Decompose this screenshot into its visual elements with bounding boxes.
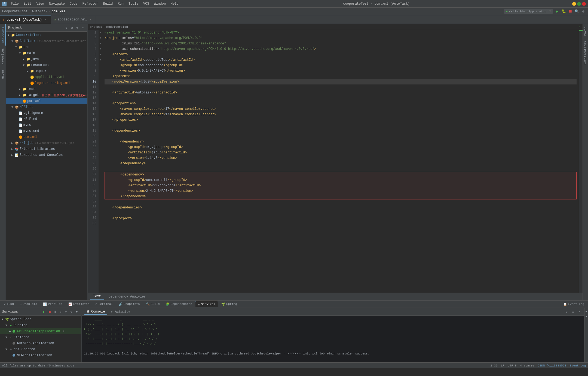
menu-view[interactable]: View: [34, 1, 47, 6]
tree-xxljob[interactable]: ▶ 📦 xxl-job E:\CooperateTest\xxl-job: [6, 140, 87, 146]
favorites-tab[interactable]: Favorites: [0, 46, 6, 67]
tree-mapper[interactable]: ▶ 📁 mapper: [6, 68, 87, 74]
tree-target[interactable]: ▶ 📁 target 自己的工程的POM，我此时的是AutoTask: [6, 92, 87, 98]
code-editor[interactable]: 12345 678910 1112131415 1617181920 21222…: [88, 30, 583, 293]
minimize-button[interactable]: [572, 2, 576, 6]
search-everywhere[interactable]: 🔍: [574, 9, 579, 14]
tab-profiler[interactable]: 📊 Profiler: [40, 301, 65, 307]
project-collapse-icon[interactable]: ⊟: [69, 25, 74, 30]
tree-mfatest[interactable]: ▼ 📦 MFATest: [6, 104, 87, 110]
tab-endpoints[interactable]: 🔗 Endpoints: [116, 301, 142, 307]
tab-services[interactable]: ⚙ Services: [195, 301, 218, 307]
tree-scratches[interactable]: ▶ 📝 Scratches and Consoles: [6, 152, 87, 158]
tree-mvnw-cmd[interactable]: 📄 mvnw.cmd: [6, 128, 87, 134]
tab-build[interactable]: 🔨 Build: [143, 301, 163, 307]
tab-pom-close[interactable]: ×: [44, 18, 47, 22]
tree-autotask[interactable]: ▼ 📦 AutoTask E:\CooperateTest\CooperateT…: [6, 38, 87, 44]
console-close-btn[interactable]: ×: [577, 310, 582, 314]
tab-event-log[interactable]: 📋 Event Log: [561, 301, 587, 307]
scroll-up-btn[interactable]: ▲: [584, 309, 588, 314]
tree-help[interactable]: 📄 HELP.md: [6, 116, 87, 122]
stop-button[interactable]: ⏹: [568, 9, 573, 14]
menu-window[interactable]: Window: [152, 1, 168, 6]
tree-cooperatetest[interactable]: ▼ 📁 CooperateTest: [6, 32, 87, 38]
menu-help[interactable]: Help: [169, 1, 181, 6]
tree-resources[interactable]: ▼ 📁 resources: [6, 62, 87, 68]
tab-spring[interactable]: 🌱 Spring: [219, 301, 240, 307]
notifications-tab[interactable]: Notifications: [583, 38, 588, 67]
services-finished-group[interactable]: ▼ ✓ Finished: [0, 334, 81, 340]
debug-button[interactable]: 🐛: [561, 9, 566, 14]
menu-refactor[interactable]: Refactor: [80, 1, 100, 6]
tree-external-libs[interactable]: ▶ 📚 External Libraries: [6, 146, 87, 152]
editor-tab-dependency[interactable]: Dependency Analyzer: [105, 293, 149, 300]
tab-dependencies[interactable]: 🧩 Dependencies: [163, 301, 195, 307]
tree-gitignore[interactable]: 📄 .gitignore: [6, 110, 87, 116]
services-settings-btn[interactable]: ⚙: [69, 310, 74, 314]
services-filter-btn[interactable]: ▼: [74, 310, 79, 314]
menu-vcs[interactable]: VCS: [141, 1, 151, 6]
breadcrumb-pomxml[interactable]: pom.xml: [52, 10, 65, 13]
breadcrumb-cooperatetest[interactable]: CooperateTest: [2, 10, 28, 13]
menu-edit[interactable]: Edit: [22, 1, 34, 6]
run-button[interactable]: ▶: [555, 9, 560, 14]
maven-tab-left[interactable]: Maven: [0, 67, 6, 82]
maven-tab-right[interactable]: Maven: [583, 24, 588, 38]
tree-pom-xml[interactable]: 🟠 pom.xml: [6, 98, 87, 104]
tree-mvnw[interactable]: 📄 mvnw: [6, 122, 87, 128]
status-event-log[interactable]: Event Log: [570, 364, 586, 367]
tree-logback-xml[interactable]: 🟠 logback-spring.xml: [6, 80, 87, 86]
services-pause-btn[interactable]: ⏸: [53, 310, 57, 314]
tab-todo[interactable]: ✓ TODO: [1, 301, 17, 307]
status-position[interactable]: 1:39: [491, 364, 498, 367]
run-config-dropdown[interactable]: ▶ XxlJobAdminApplication ▼: [504, 9, 553, 14]
tree-test[interactable]: ▶ 📁 test: [6, 86, 87, 92]
project-gear-icon[interactable]: ⚙: [64, 25, 69, 30]
services-spring-boot[interactable]: ▼ 🌱 Spring Boot: [0, 316, 81, 322]
services-restart-btn[interactable]: ↻: [58, 310, 63, 314]
tab-terminal[interactable]: > Terminal: [93, 301, 115, 307]
menu-navigate[interactable]: Navigate: [47, 1, 67, 6]
services-running-group[interactable]: ▼ ▶ Running: [0, 322, 81, 328]
project-settings-icon[interactable]: ≡: [80, 25, 85, 30]
breadcrumb-autotask[interactable]: AutoTask: [32, 10, 48, 13]
tab-pom-xml[interactable]: m pom.xml (AutoTask) ×: [0, 16, 51, 24]
status-indent[interactable]: 4 spaces: [520, 364, 534, 367]
tab-application-yml[interactable]: a application.yml ×: [51, 16, 96, 24]
menu-file[interactable]: File: [9, 1, 21, 6]
services-mfatest-app[interactable]: MFATestApplication: [0, 352, 81, 358]
maximize-button[interactable]: [577, 2, 581, 6]
tab-problems[interactable]: ⚠ Problems: [17, 301, 40, 307]
status-encoding[interactable]: UTF-8: [508, 364, 517, 367]
editor-tab-text[interactable]: Text: [90, 293, 104, 300]
tree-src[interactable]: ▼ 📁 src: [6, 44, 87, 50]
console-settings-btn[interactable]: ⚙: [564, 310, 569, 314]
tree-application-yml[interactable]: 🟡 application.yml: [6, 74, 87, 80]
status-line-sep[interactable]: LF: [501, 364, 504, 367]
settings-button[interactable]: ⚙: [581, 9, 586, 14]
menu-tools[interactable]: Tools: [126, 1, 140, 6]
project-scroll-icon[interactable]: ⊕: [75, 25, 80, 30]
tree-mfatest-pom[interactable]: 🟠 pom.xml: [6, 134, 87, 140]
close-button[interactable]: [582, 2, 586, 6]
menu-code[interactable]: Code: [68, 1, 80, 6]
console-tab-actuator[interactable]: ⚡ Actuator: [109, 309, 133, 314]
menu-run[interactable]: Run: [115, 1, 126, 6]
console-gear-btn[interactable]: ≡: [571, 310, 575, 314]
services-xxljob-app[interactable]: ▶ XxlJobAdminApplication :9: [0, 328, 81, 334]
services-stop-btn[interactable]: ⏹: [47, 310, 52, 314]
tab-statistic[interactable]: 📈 Statistic: [66, 301, 92, 307]
services-add-btn[interactable]: +: [63, 310, 68, 314]
menu-build[interactable]: Build: [101, 1, 115, 6]
structure-tab[interactable]: Structure: [0, 24, 6, 46]
console-tab-console[interactable]: 🖥 Console: [84, 309, 107, 315]
scroll-down-btn[interactable]: ▼: [584, 314, 588, 319]
services-autotask-app[interactable]: AutoTaskApplication: [0, 340, 81, 346]
tree-java[interactable]: ▶ 📁 java: [6, 56, 87, 62]
tab-yml-close[interactable]: ×: [89, 18, 93, 22]
services-notstarted-group[interactable]: ▼ ○ Not Started: [0, 346, 81, 352]
tree-main[interactable]: ▼ 📁 main: [6, 50, 87, 56]
console-content[interactable]: . ____ _ __ _ _ /\\ / ___'_ __ _ _(_)_ _…: [82, 316, 584, 362]
services-run-btn[interactable]: ▶: [42, 310, 47, 314]
code-lines[interactable]: <?xml version="1.0" encoding="UTF-8"?> <…: [102, 30, 579, 293]
